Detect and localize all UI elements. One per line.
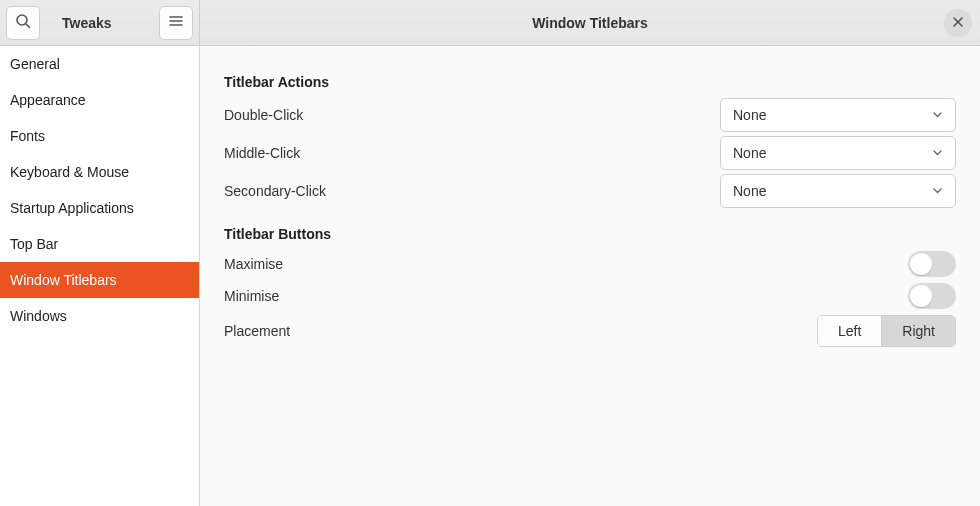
- row-double-click: Double-Click None: [224, 96, 956, 134]
- label-middle-click: Middle-Click: [224, 145, 720, 161]
- row-maximise: Maximise: [224, 248, 956, 280]
- page-title: Window Titlebars: [532, 15, 648, 31]
- sidebar-item-keyboard-mouse[interactable]: Keyboard & Mouse: [0, 154, 199, 190]
- label-double-click: Double-Click: [224, 107, 720, 123]
- group-title-actions: Titlebar Actions: [224, 74, 956, 90]
- switch-knob: [910, 253, 932, 275]
- select-middle-click[interactable]: None: [720, 136, 956, 170]
- label-minimise: Minimise: [224, 288, 908, 304]
- chevron-down-icon: [932, 107, 943, 123]
- headerbar-left: Tweaks: [0, 0, 200, 45]
- close-icon: [952, 15, 964, 31]
- svg-line-1: [26, 24, 30, 28]
- select-double-click-value: None: [733, 107, 766, 123]
- sidebar-item-window-titlebars[interactable]: Window Titlebars: [0, 262, 199, 298]
- content-wrap: General Appearance Fonts Keyboard & Mous…: [0, 46, 980, 506]
- select-secondary-click[interactable]: None: [720, 174, 956, 208]
- select-double-click[interactable]: None: [720, 98, 956, 132]
- select-secondary-click-value: None: [733, 183, 766, 199]
- chevron-down-icon: [932, 145, 943, 161]
- app-title: Tweaks: [62, 15, 112, 31]
- sidebar-item-fonts[interactable]: Fonts: [0, 118, 199, 154]
- switch-knob: [910, 285, 932, 307]
- sidebar-item-windows[interactable]: Windows: [0, 298, 199, 334]
- switch-maximise[interactable]: [908, 251, 956, 277]
- main: Titlebar Actions Double-Click None Middl…: [200, 46, 980, 506]
- group-title-buttons: Titlebar Buttons: [224, 226, 956, 242]
- headerbar: Tweaks Window Titlebars: [0, 0, 980, 46]
- search-button[interactable]: [6, 6, 40, 40]
- switch-minimise[interactable]: [908, 283, 956, 309]
- headerbar-right: Window Titlebars: [200, 0, 980, 45]
- segmented-placement: Left Right: [817, 315, 956, 347]
- placement-right-button[interactable]: Right: [882, 316, 955, 346]
- sidebar: General Appearance Fonts Keyboard & Mous…: [0, 46, 200, 506]
- sidebar-item-general[interactable]: General: [0, 46, 199, 82]
- menu-button[interactable]: [159, 6, 193, 40]
- label-maximise: Maximise: [224, 256, 908, 272]
- row-minimise: Minimise: [224, 280, 956, 312]
- close-button[interactable]: [944, 9, 972, 37]
- row-middle-click: Middle-Click None: [224, 134, 956, 172]
- sidebar-item-top-bar[interactable]: Top Bar: [0, 226, 199, 262]
- search-icon: [15, 13, 31, 32]
- hamburger-icon: [168, 13, 184, 32]
- label-secondary-click: Secondary-Click: [224, 183, 720, 199]
- row-secondary-click: Secondary-Click None: [224, 172, 956, 210]
- label-placement: Placement: [224, 323, 817, 339]
- row-placement: Placement Left Right: [224, 312, 956, 350]
- chevron-down-icon: [932, 183, 943, 199]
- placement-left-button[interactable]: Left: [818, 316, 882, 346]
- sidebar-item-appearance[interactable]: Appearance: [0, 82, 199, 118]
- select-middle-click-value: None: [733, 145, 766, 161]
- sidebar-item-startup-applications[interactable]: Startup Applications: [0, 190, 199, 226]
